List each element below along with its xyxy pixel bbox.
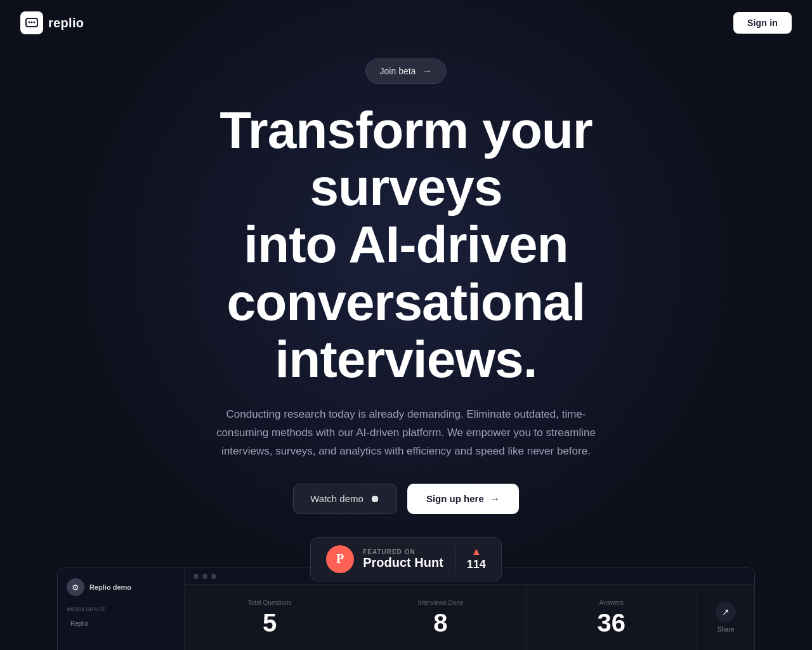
main-content: Join beta → Transform your surveys into …	[0, 46, 812, 599]
vote-count: 114	[467, 558, 486, 571]
hero-subtext: Conducting research today is already dem…	[203, 406, 609, 461]
signin-button[interactable]: Sign in	[733, 12, 792, 34]
svg-point-1	[29, 22, 30, 23]
share-icon: ↗	[716, 602, 736, 622]
logo-icon	[20, 11, 43, 34]
demo-nav-replio: Replio	[67, 618, 175, 630]
heading-line2: into AI-driven	[244, 215, 568, 273]
signup-button[interactable]: Sign up here →	[407, 484, 519, 514]
ph-vote: ▲ 114	[467, 547, 486, 571]
ph-divider	[455, 547, 455, 572]
watch-demo-label: Watch demo	[310, 493, 363, 504]
stat-interviews-label: Interviews done	[418, 599, 464, 606]
demo-workspace-label: WORKSPACE	[67, 606, 175, 613]
heading-line4: interviews.	[275, 330, 537, 388]
product-hunt-logo: P	[326, 545, 354, 573]
stat-interviews-value: 8	[433, 610, 447, 635]
stat-answers-value: 36	[598, 610, 626, 635]
arrow-icon: →	[422, 65, 432, 77]
share-label: Share	[717, 626, 735, 633]
logo: replio	[20, 11, 84, 34]
product-hunt-text: FEATURED ON Product Hunt	[363, 548, 443, 570]
svg-point-2	[31, 22, 33, 23]
hero-heading: Transform your surveys into AI-driven co…	[121, 102, 691, 388]
stat-questions-value: 5	[263, 610, 277, 635]
product-hunt-badge[interactable]: P FEATURED ON Product Hunt ▲ 114	[310, 537, 502, 581]
svg-point-3	[34, 22, 36, 23]
video-icon: ⏺	[370, 493, 380, 505]
join-beta-label: Join beta	[380, 66, 416, 76]
upvote-arrow-icon: ▲	[471, 547, 481, 557]
cta-row: Watch demo ⏺ Sign up here →	[293, 484, 519, 514]
stat-questions-label: Total questions	[248, 599, 292, 606]
featured-on-label: FEATURED ON	[363, 548, 443, 555]
signup-label: Sign up here	[426, 493, 484, 504]
signup-arrow-icon: →	[490, 493, 500, 504]
stat-answers-label: Answers	[599, 599, 624, 606]
heading-line1: Transform your surveys	[219, 101, 592, 216]
heading-line3: conversational	[227, 273, 586, 331]
navbar: replio Sign in	[0, 0, 812, 46]
join-beta-button[interactable]: Join beta →	[365, 58, 447, 84]
product-hunt-name: Product Hunt	[363, 555, 443, 570]
watch-demo-button[interactable]: Watch demo ⏺	[293, 484, 397, 514]
logo-text: replio	[48, 16, 84, 30]
